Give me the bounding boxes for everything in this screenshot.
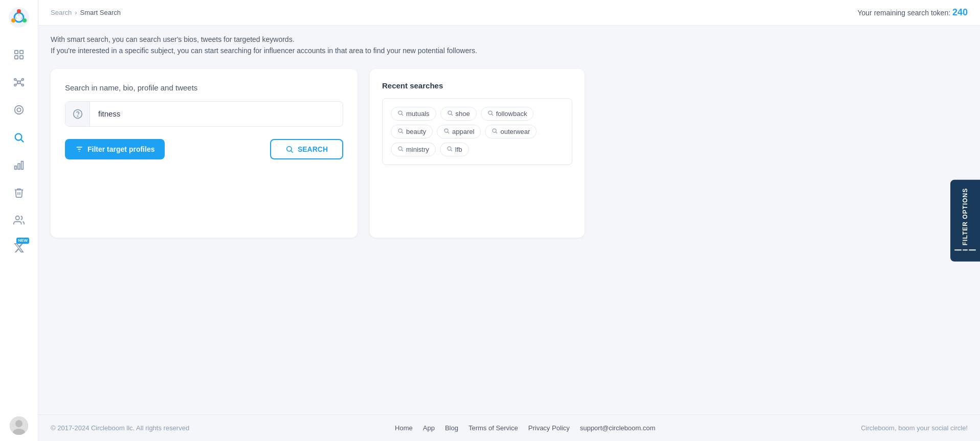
svg-point-47 <box>444 129 448 132</box>
sidebar-item-network[interactable] <box>7 70 31 95</box>
svg-point-28 <box>16 216 19 220</box>
svg-point-30 <box>15 420 23 427</box>
recent-tag-followback[interactable]: followback <box>481 107 534 121</box>
svg-point-13 <box>14 79 16 81</box>
logo[interactable] <box>8 6 30 31</box>
recent-tag-label: lfb <box>455 146 462 153</box>
svg-point-21 <box>15 106 24 114</box>
svg-rect-11 <box>20 56 23 59</box>
svg-point-53 <box>448 147 451 150</box>
svg-point-51 <box>398 147 402 150</box>
filter-button-label: Filter target profiles <box>87 145 154 153</box>
page-description: With smart search, you can search user's… <box>38 26 980 61</box>
filter-panel-label: FILTER OPTIONS <box>954 188 976 253</box>
footer-link-blog[interactable]: Blog <box>445 424 458 432</box>
recent-tag-outerwear[interactable]: outerwear <box>485 125 537 138</box>
search-button-icon <box>285 145 294 153</box>
search-tag-icon <box>443 128 450 135</box>
recent-tag-apparel[interactable]: apparel <box>437 125 481 138</box>
token-info: Your remaining search token: 240 <box>857 7 968 18</box>
sidebar-item-delete[interactable] <box>7 180 31 205</box>
user-avatar[interactable] <box>10 416 28 435</box>
svg-point-14 <box>22 79 24 81</box>
recent-tag-ministry[interactable]: ministry <box>391 143 436 156</box>
svg-line-18 <box>20 80 22 82</box>
footer-link-home[interactable]: Home <box>395 424 413 432</box>
page-footer: © 2017-2024 Circleboom llc. All rights r… <box>38 414 980 441</box>
sidebar-item-dashboard[interactable] <box>7 42 31 67</box>
page-header: Search › Smart Search Your remaining sea… <box>38 0 980 26</box>
svg-point-43 <box>488 111 492 114</box>
search-tag-icon <box>487 110 494 118</box>
footer-link-privacy-policy[interactable]: Privacy Policy <box>528 424 570 432</box>
footer-link-terms-of-service[interactable]: Terms of Service <box>469 424 518 432</box>
filter-lines-icon <box>954 249 976 250</box>
recent-tag-label: beauty <box>406 128 426 135</box>
search-input-wrapper <box>65 101 343 127</box>
search-card: Search in name, bio, profile and tweets <box>51 69 358 238</box>
svg-line-42 <box>451 114 453 115</box>
svg-rect-9 <box>20 51 23 54</box>
filter-icon <box>75 145 83 153</box>
footer-copyright: © 2017-2024 Circleboom llc. All rights r… <box>51 424 189 432</box>
svg-line-17 <box>16 80 18 82</box>
sidebar-item-users[interactable] <box>7 208 31 233</box>
search-tag-icon <box>492 128 498 135</box>
svg-point-2 <box>17 9 21 13</box>
search-button-label: SEARCH <box>298 145 328 153</box>
search-tag-icon <box>397 146 404 153</box>
breadcrumb: Search › Smart Search <box>51 9 121 16</box>
sidebar-item-search[interactable] <box>7 125 31 150</box>
recent-tag-label: apparel <box>452 128 474 135</box>
search-input[interactable] <box>90 103 343 124</box>
sidebar: NEW <box>0 0 38 441</box>
sidebar-item-circle[interactable] <box>7 98 31 122</box>
recent-tag-beauty[interactable]: beauty <box>391 125 433 138</box>
footer-links: HomeAppBlogTerms of ServicePrivacy Polic… <box>395 424 655 432</box>
recent-tag-label: outerwear <box>500 128 530 135</box>
footer-link-app[interactable]: App <box>423 424 435 432</box>
svg-line-52 <box>402 150 403 151</box>
footer-tagline: Circleboom, boom your social circle! <box>861 424 968 432</box>
new-badge: NEW <box>16 238 29 244</box>
sidebar-item-analytics[interactable] <box>7 153 31 177</box>
search-tag-icon <box>397 128 404 135</box>
search-input-question-icon <box>65 102 90 126</box>
svg-point-39 <box>398 111 402 114</box>
svg-line-38 <box>291 151 293 153</box>
svg-rect-26 <box>18 164 20 169</box>
search-tag-icon <box>447 146 453 153</box>
svg-point-37 <box>287 146 292 151</box>
footer-link-support@circleboom.com[interactable]: support@circleboom.com <box>580 424 656 432</box>
filter-options-panel[interactable]: FILTER OPTIONS <box>950 179 980 261</box>
breadcrumb-root[interactable]: Search <box>51 9 72 16</box>
recent-tag-lfb[interactable]: lfb <box>440 143 469 156</box>
token-label: Your remaining search token: <box>857 9 950 17</box>
svg-point-3 <box>23 18 27 22</box>
svg-point-22 <box>17 108 20 111</box>
search-button[interactable]: SEARCH <box>270 139 343 159</box>
recent-tag-mutuals[interactable]: mutuals <box>391 107 436 121</box>
token-count: 240 <box>952 7 968 17</box>
filter-target-profiles-button[interactable]: Filter target profiles <box>65 139 165 159</box>
svg-point-15 <box>14 84 16 86</box>
svg-line-50 <box>496 132 498 133</box>
recent-searches-title: Recent searches <box>382 81 572 90</box>
breadcrumb-current: Smart Search <box>80 9 121 16</box>
svg-line-48 <box>448 132 449 133</box>
svg-rect-27 <box>21 161 24 170</box>
svg-point-16 <box>22 84 24 86</box>
search-tag-icon <box>447 110 453 118</box>
svg-line-20 <box>20 83 22 85</box>
svg-point-4 <box>11 18 15 22</box>
svg-line-40 <box>402 114 403 115</box>
search-actions: Filter target profiles SEARCH <box>65 139 343 159</box>
recent-tag-label: followback <box>496 110 527 118</box>
breadcrumb-separator: › <box>75 9 77 16</box>
svg-line-44 <box>492 114 493 115</box>
recent-tag-shoe[interactable]: shoe <box>440 107 477 121</box>
sidebar-item-x[interactable]: NEW <box>7 236 31 260</box>
search-card-title: Search in name, bio, profile and tweets <box>65 83 343 92</box>
x-icon <box>13 242 25 253</box>
svg-line-19 <box>16 83 18 85</box>
